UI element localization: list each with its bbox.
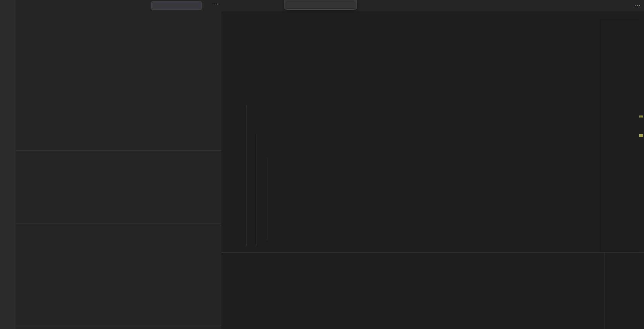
indent-guide <box>267 158 267 240</box>
call-stack-section-header[interactable] <box>16 224 221 232</box>
overview-ruler[interactable] <box>639 19 644 252</box>
watch-section-header[interactable] <box>16 150 221 158</box>
indent-guide <box>247 105 247 246</box>
chevron-right-icon <box>27 29 31 33</box>
debug-toolbar <box>284 0 357 10</box>
code-editor[interactable] <box>221 19 644 252</box>
variables-section-header[interactable] <box>16 12 221 20</box>
chevron-down-icon <box>18 226 22 230</box>
activity-bar <box>0 0 16 329</box>
breadcrumb <box>221 11 644 19</box>
variable-row-args[interactable] <box>27 29 35 33</box>
chevron-down-icon <box>22 21 26 24</box>
bottom-panel <box>221 252 644 329</box>
indent-guide <box>257 134 257 246</box>
scope-local[interactable] <box>22 21 28 24</box>
ruler-marker <box>639 115 643 117</box>
more-actions-icon[interactable]: ··· <box>213 1 219 6</box>
ruler-current-line-marker <box>639 134 643 137</box>
panel-divider <box>604 253 604 329</box>
editor-group: ··· <box>221 0 644 329</box>
launch-config-dropdown[interactable] <box>151 1 202 10</box>
breakpoints-section-header[interactable] <box>16 325 221 329</box>
chevron-down-icon <box>18 328 22 329</box>
chevron-down-icon <box>18 14 22 18</box>
vscode-window: ··· <box>0 0 644 329</box>
editor-more-icon[interactable]: ··· <box>634 3 641 9</box>
editor-actions: ··· <box>625 0 642 11</box>
debug-sidebar: ··· <box>16 0 221 329</box>
minimap[interactable] <box>600 19 639 252</box>
chevron-down-icon <box>18 153 22 156</box>
